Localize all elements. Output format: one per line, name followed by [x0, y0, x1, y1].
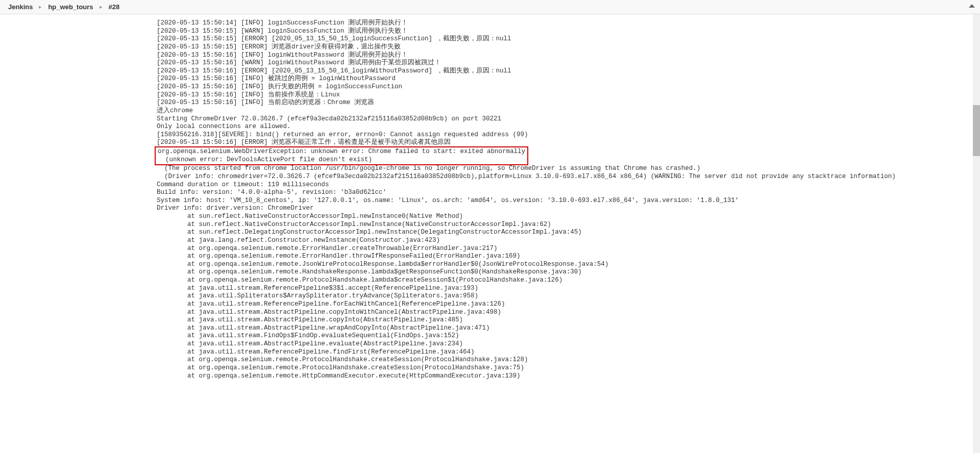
scroll-top-icon[interactable] — [969, 4, 975, 8]
breadcrumb-project[interactable]: hp_web_tours — [48, 3, 93, 11]
console-output: [2020-05-13 15:50:14] [INFO] loginSucces… — [0, 14, 980, 385]
chevron-right-icon: ▸ — [39, 4, 42, 10]
breadcrumb-build[interactable]: #28 — [109, 3, 120, 11]
breadcrumb: Jenkins ▸ hp_web_tours ▸ #28 — [0, 0, 980, 14]
console-lines-before: [2020-05-13 15:50:14] [INFO] loginSucces… — [157, 19, 528, 146]
breadcrumb-root[interactable]: Jenkins — [8, 3, 33, 11]
console-exception-highlight: org.openqa.selenium.WebDriverException: … — [155, 146, 528, 165]
scrollbar-thumb[interactable] — [973, 105, 980, 156]
console-lines-after: (The process started from chrome locatio… — [157, 165, 896, 379]
chevron-right-icon: ▸ — [100, 4, 103, 10]
scrollbar-track[interactable] — [973, 14, 980, 385]
